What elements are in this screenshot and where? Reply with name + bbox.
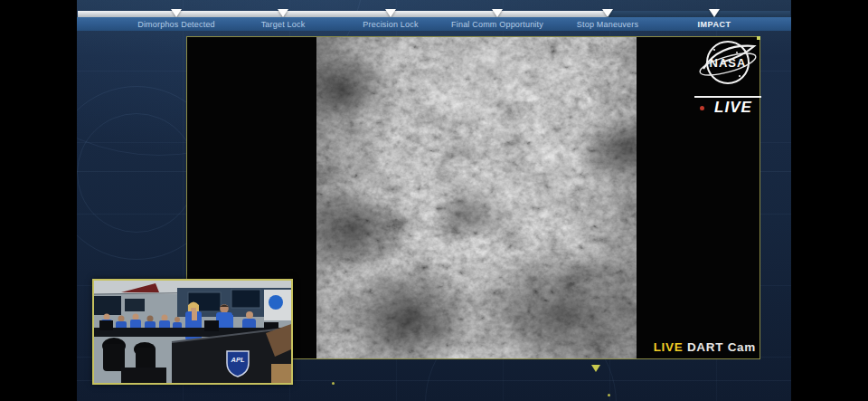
live-label: LIVE: [705, 99, 761, 117]
nasa-wall-logo-icon: [269, 295, 283, 310]
milestone-label-final-comm: Final Comm Opportunity: [451, 20, 543, 29]
milestone-marker-icon: [278, 9, 288, 17]
nasa-live-badge: NASA LIVE: [694, 38, 761, 117]
milestone-label-impact: IMPACT: [698, 20, 731, 29]
live-dot-icon: [700, 106, 704, 110]
milestone-label-precision-lock: Precision Lock: [363, 20, 418, 29]
nasa-logo-text: NASA: [710, 56, 747, 70]
map-cursor-down-icon: [591, 365, 600, 372]
mission-progress-track: [78, 11, 790, 17]
milestone-label-stop-maneuvers: Stop Maneuvers: [577, 20, 638, 29]
broadcast-frame: Dimorphos Detected Target Lock Precision…: [0, 0, 868, 401]
camera-name-label: DART Cam: [687, 340, 756, 354]
letterbox-left: [0, 0, 77, 401]
milestone-label-target-lock: Target Lock: [261, 20, 306, 29]
milestone-marker-icon: [492, 9, 503, 17]
milestone-label-band: Dimorphos Detected Target Lock Precision…: [77, 17, 791, 31]
apl-shield-label: APL: [231, 356, 245, 364]
milestone-label-dimorphos-detected: Dimorphos Detected: [137, 20, 215, 29]
milestone-marker-icon: [171, 9, 182, 17]
letterbox-right: [791, 0, 868, 401]
asteroid-surface-image: [316, 37, 637, 358]
live-divider: [694, 96, 761, 98]
pip-mission-control: APL: [92, 279, 293, 385]
mission-control-scene: APL: [94, 281, 291, 383]
milestone-marker-icon: [385, 9, 396, 17]
asteroid-shadow-overlay: [316, 37, 637, 358]
camera-live-label: LIVE: [654, 340, 684, 354]
milestone-marker-icon: [709, 9, 720, 17]
nasa-meatball-icon: NASA: [694, 38, 761, 89]
map-dot-icon: [332, 382, 335, 385]
mission-progress-fill: [78, 11, 607, 17]
map-dot-icon: [608, 394, 610, 396]
milestone-marker-icon: [602, 9, 613, 17]
apl-shield: APL: [227, 351, 249, 377]
